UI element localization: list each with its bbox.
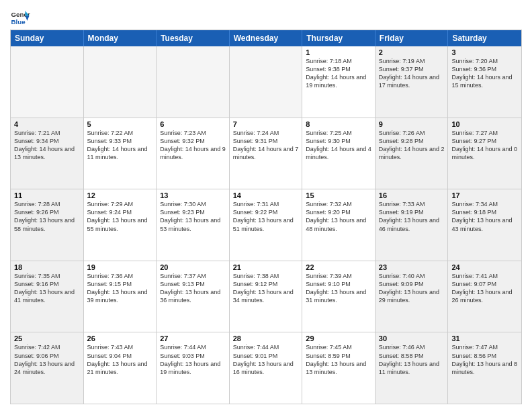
cell-info: Sunrise: 7:36 AMSunset: 9:15 PMDaylight:… [87,272,153,305]
calendar-cell: 27Sunrise: 7:44 AMSunset: 9:03 PMDayligh… [157,332,230,404]
calendar-cell: 20Sunrise: 7:37 AMSunset: 9:13 PMDayligh… [157,261,230,332]
day-number: 25 [14,334,80,342]
calendar-cell: 6Sunrise: 7:23 AMSunset: 9:32 PMDaylight… [157,118,230,189]
day-number: 6 [160,120,226,128]
day-number: 10 [451,120,518,128]
day-number: 1 [306,48,371,56]
calendar-cell [84,46,157,118]
calendar-header: SundayMondayTuesdayWednesdayThursdayFrid… [11,30,521,46]
calendar-cell: 18Sunrise: 7:35 AMSunset: 9:16 PMDayligh… [11,261,84,332]
calendar-cell: 30Sunrise: 7:46 AMSunset: 8:58 PMDayligh… [375,332,449,404]
weekday-header: Thursday [302,30,375,46]
page: General Blue SundayMondayTuesdayWednesda… [0,0,532,411]
cell-info: Sunrise: 7:42 AMSunset: 9:06 PMDaylight:… [14,343,80,376]
calendar-cell: 10Sunrise: 7:27 AMSunset: 9:27 PMDayligh… [448,118,521,189]
day-number: 12 [87,191,153,199]
calendar-body: 1Sunrise: 7:18 AMSunset: 9:38 PMDaylight… [11,46,521,404]
day-number: 31 [451,334,518,342]
calendar-cell: 7Sunrise: 7:24 AMSunset: 9:31 PMDaylight… [230,118,303,189]
calendar-cell: 8Sunrise: 7:25 AMSunset: 9:30 PMDaylight… [302,118,375,189]
day-number: 5 [87,120,153,128]
cell-info: Sunrise: 7:21 AMSunset: 9:34 PMDaylight:… [14,129,80,162]
day-number: 19 [87,263,153,271]
cell-info: Sunrise: 7:32 AMSunset: 9:20 PMDaylight:… [306,200,371,233]
day-number: 17 [451,191,518,199]
calendar-cell: 29Sunrise: 7:45 AMSunset: 8:59 PMDayligh… [302,332,375,404]
cell-info: Sunrise: 7:45 AMSunset: 8:59 PMDaylight:… [306,343,371,376]
day-number: 22 [306,263,371,271]
cell-info: Sunrise: 7:46 AMSunset: 8:58 PMDaylight:… [379,343,445,376]
day-number: 27 [160,334,226,342]
cell-info: Sunrise: 7:31 AMSunset: 9:22 PMDaylight:… [233,200,299,233]
day-number: 13 [160,191,226,199]
cell-info: Sunrise: 7:34 AMSunset: 9:18 PMDaylight:… [451,200,518,233]
cell-info: Sunrise: 7:22 AMSunset: 9:33 PMDaylight:… [87,129,153,162]
calendar-cell: 5Sunrise: 7:22 AMSunset: 9:33 PMDaylight… [84,118,157,189]
cell-info: Sunrise: 7:35 AMSunset: 9:16 PMDaylight:… [14,272,80,305]
svg-text:Blue: Blue [11,18,26,26]
day-number: 23 [379,263,445,271]
calendar-cell: 15Sunrise: 7:32 AMSunset: 9:20 PMDayligh… [302,189,375,261]
calendar-cell: 14Sunrise: 7:31 AMSunset: 9:22 PMDayligh… [230,189,303,261]
cell-info: Sunrise: 7:40 AMSunset: 9:09 PMDaylight:… [379,272,445,305]
calendar-row: 25Sunrise: 7:42 AMSunset: 9:06 PMDayligh… [11,332,521,404]
cell-info: Sunrise: 7:19 AMSunset: 9:37 PMDaylight:… [379,57,445,90]
calendar-cell [11,46,84,118]
day-number: 24 [451,263,518,271]
calendar-cell: 26Sunrise: 7:43 AMSunset: 9:04 PMDayligh… [84,332,157,404]
cell-info: Sunrise: 7:44 AMSunset: 9:01 PMDaylight:… [233,343,299,376]
calendar-row: 1Sunrise: 7:18 AMSunset: 9:38 PMDaylight… [11,46,521,118]
day-number: 26 [87,334,153,342]
cell-info: Sunrise: 7:41 AMSunset: 9:07 PMDaylight:… [451,272,518,305]
calendar-cell: 11Sunrise: 7:28 AMSunset: 9:26 PMDayligh… [11,189,84,261]
calendar-cell: 17Sunrise: 7:34 AMSunset: 9:18 PMDayligh… [448,189,521,261]
calendar-cell: 4Sunrise: 7:21 AMSunset: 9:34 PMDaylight… [11,118,84,189]
cell-info: Sunrise: 7:38 AMSunset: 9:12 PMDaylight:… [233,272,299,305]
cell-info: Sunrise: 7:20 AMSunset: 9:36 PMDaylight:… [451,57,518,90]
weekday-header: Sunday [11,30,84,46]
calendar-row: 11Sunrise: 7:28 AMSunset: 9:26 PMDayligh… [11,189,521,261]
day-number: 3 [451,48,518,56]
day-number: 8 [306,120,371,128]
calendar-cell [230,46,303,118]
header: General Blue [10,7,522,27]
calendar-cell: 22Sunrise: 7:39 AMSunset: 9:10 PMDayligh… [302,261,375,332]
cell-info: Sunrise: 7:33 AMSunset: 9:19 PMDaylight:… [379,200,445,233]
calendar-cell: 21Sunrise: 7:38 AMSunset: 9:12 PMDayligh… [230,261,303,332]
cell-info: Sunrise: 7:25 AMSunset: 9:30 PMDaylight:… [306,129,371,162]
cell-info: Sunrise: 7:27 AMSunset: 9:27 PMDaylight:… [451,129,518,162]
day-number: 16 [379,191,445,199]
day-number: 20 [160,263,226,271]
calendar-cell: 13Sunrise: 7:30 AMSunset: 9:23 PMDayligh… [157,189,230,261]
calendar: SundayMondayTuesdayWednesdayThursdayFrid… [10,30,522,404]
calendar-cell: 3Sunrise: 7:20 AMSunset: 9:36 PMDaylight… [448,46,521,118]
cell-info: Sunrise: 7:28 AMSunset: 9:26 PMDaylight:… [14,200,80,233]
day-number: 30 [379,334,445,342]
weekday-header: Monday [84,30,157,46]
calendar-row: 4Sunrise: 7:21 AMSunset: 9:34 PMDaylight… [11,118,521,190]
cell-info: Sunrise: 7:24 AMSunset: 9:31 PMDaylight:… [233,129,299,162]
logo-icon: General Blue [10,7,30,27]
calendar-cell: 9Sunrise: 7:26 AMSunset: 9:28 PMDaylight… [375,118,449,189]
calendar-cell: 25Sunrise: 7:42 AMSunset: 9:06 PMDayligh… [11,332,84,404]
weekday-header: Wednesday [230,30,303,46]
day-number: 2 [379,48,445,56]
calendar-cell: 28Sunrise: 7:44 AMSunset: 9:01 PMDayligh… [230,332,303,404]
calendar-cell: 23Sunrise: 7:40 AMSunset: 9:09 PMDayligh… [375,261,449,332]
cell-info: Sunrise: 7:30 AMSunset: 9:23 PMDaylight:… [160,200,226,233]
calendar-cell: 31Sunrise: 7:47 AMSunset: 8:56 PMDayligh… [448,332,521,404]
day-number: 21 [233,263,299,271]
weekday-header: Friday [375,30,449,46]
logo: General Blue [10,7,30,27]
calendar-cell: 19Sunrise: 7:36 AMSunset: 9:15 PMDayligh… [84,261,157,332]
day-number: 28 [233,334,299,342]
calendar-cell: 12Sunrise: 7:29 AMSunset: 9:24 PMDayligh… [84,189,157,261]
day-number: 29 [306,334,371,342]
cell-info: Sunrise: 7:47 AMSunset: 8:56 PMDaylight:… [451,343,518,376]
day-number: 18 [14,263,80,271]
day-number: 9 [379,120,445,128]
day-number: 14 [233,191,299,199]
day-number: 11 [14,191,80,199]
calendar-cell: 1Sunrise: 7:18 AMSunset: 9:38 PMDaylight… [302,46,375,118]
calendar-cell [157,46,230,118]
